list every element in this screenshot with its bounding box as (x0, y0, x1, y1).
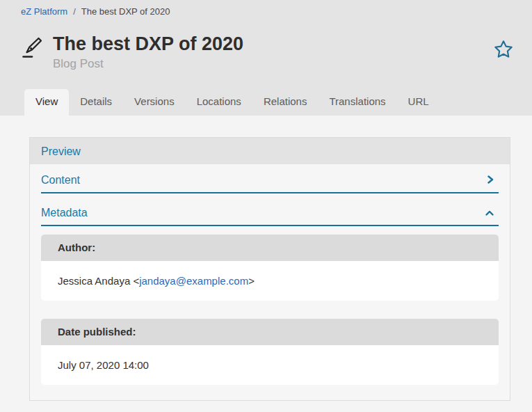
breadcrumb: eZ Platform / The best DXP of 2020 (21, 0, 515, 17)
chevron-up-icon (485, 209, 494, 216)
content-type-label: Blog Post (53, 57, 243, 71)
content-area: Preview Content Metadata A (0, 116, 532, 411)
star-icon (493, 39, 514, 60)
title-block: The best DXP of 2020 Blog Post (53, 33, 243, 71)
date-published-field: Date published: July 07, 2020 14:00 (41, 319, 499, 385)
date-published-field-value: July 07, 2020 14:00 (41, 345, 499, 385)
page-title: The best DXP of 2020 (53, 33, 243, 55)
tab-versions[interactable]: Versions (123, 89, 186, 116)
tab-url[interactable]: URL (397, 89, 440, 116)
author-field: Author: Jessica Andaya <jandaya@example.… (41, 235, 499, 301)
preview-section-title: Preview (30, 138, 510, 164)
metadata-collapsible-toggle[interactable]: Metadata (41, 197, 499, 226)
tab-translations[interactable]: Translations (318, 89, 396, 116)
breadcrumb-separator: / (73, 6, 76, 17)
author-suffix-text: > (248, 275, 255, 287)
title-row: The best DXP of 2020 Blog Post (21, 33, 515, 71)
date-published-field-label: Date published: (41, 319, 499, 345)
tab-relations[interactable]: Relations (252, 89, 319, 116)
breadcrumb-root-link[interactable]: eZ Platform (21, 6, 67, 17)
tab-locations[interactable]: Locations (186, 89, 252, 116)
bookmark-star-button[interactable] (492, 38, 515, 61)
chevron-right-icon (486, 175, 494, 184)
author-field-label: Author: (41, 235, 499, 261)
content-collapsible-toggle[interactable]: Content (41, 164, 499, 193)
preview-card: Preview Content Metadata A (29, 137, 510, 401)
page-header: eZ Platform / The best DXP of 2020 The b… (0, 0, 532, 116)
author-field-value: Jessica Andaya <jandaya@example.com> (41, 261, 499, 301)
breadcrumb-current: The best DXP of 2020 (81, 6, 170, 17)
tab-view[interactable]: View (24, 89, 69, 116)
metadata-collapsible-label: Metadata (41, 206, 88, 219)
tab-bar: View Details Versions Locations Relation… (21, 89, 515, 116)
calligraphy-pen-icon (21, 36, 43, 61)
content-collapsible-label: Content (41, 173, 80, 187)
tab-details[interactable]: Details (69, 89, 123, 116)
author-name-text: Jessica Andaya < (58, 275, 139, 287)
author-email-link[interactable]: jandaya@example.com (139, 275, 248, 287)
preview-card-body: Content Metadata Author: Jessica Andaya (30, 164, 510, 400)
